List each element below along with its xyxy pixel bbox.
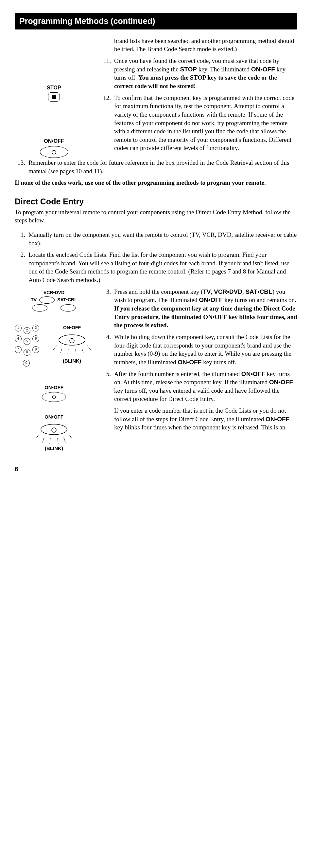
direct-step-2: Locate the enclosed Code Lists. Find the… xyxy=(29,251,297,284)
svg-line-21 xyxy=(69,435,73,439)
step-11: Once you have found the correct code, yo… xyxy=(114,57,297,90)
direct-step-5-continuation: If you enter a code number that is not i… xyxy=(114,406,297,432)
tv-key-icon xyxy=(32,304,47,311)
onoff-key-illustration: ON•OFF xyxy=(15,137,93,158)
svg-line-7 xyxy=(68,349,68,354)
svg-line-16 xyxy=(35,435,39,439)
direct-code-entry-heading: Direct Code Entry xyxy=(15,196,297,207)
svg-line-5 xyxy=(53,346,57,350)
onoff-illustration-solid: ON•OFF xyxy=(15,384,93,402)
number-keypad-illustration: 123 456 789 0 xyxy=(15,324,47,368)
stop-key-illustration: STOP xyxy=(15,84,93,102)
continuation-text: brand lists have been searched and anoth… xyxy=(114,37,297,53)
step-12: To confirm that the component key is pro… xyxy=(114,94,297,152)
direct-step-3: Press and hold the component key (TV, VC… xyxy=(114,287,297,330)
step-13: Remember to enter the code for future re… xyxy=(29,158,297,175)
power-button-icon xyxy=(40,146,68,158)
top-columns: STOP ON•OFF brand lists have been search… xyxy=(15,37,297,158)
svg-line-17 xyxy=(42,437,44,442)
stop-button-icon xyxy=(48,92,60,101)
power-button-icon xyxy=(42,392,66,402)
onoff-blink-illustration-2: ON•OFF (BLINK) xyxy=(15,414,93,452)
direct-step-5: After the fourth number is entered, the … xyxy=(114,370,297,404)
vcr-dvd-key-icon xyxy=(39,297,55,304)
section-header: Programming Methods (continued) xyxy=(15,13,297,29)
direct-step-4: While holding down the component key, co… xyxy=(114,333,297,367)
direct-columns: VCR•DVD TV SAT•CBL 123 456 789 0 ON•OFF xyxy=(15,287,297,452)
component-keys-illustration: VCR•DVD TV SAT•CBL xyxy=(15,289,93,311)
svg-line-20 xyxy=(64,437,65,442)
page-number: 6 xyxy=(15,465,297,474)
svg-line-6 xyxy=(61,348,62,353)
svg-line-10 xyxy=(87,346,91,350)
direct-step-1: Manually turn on the component you want … xyxy=(29,230,297,247)
onoff-blink-illustration-1: ON•OFF (BLINK) xyxy=(51,324,93,365)
svg-line-9 xyxy=(82,348,83,353)
fallback-note: If none of the codes work, use one of th… xyxy=(15,179,297,187)
power-button-blink-icon xyxy=(51,331,93,360)
svg-line-8 xyxy=(75,349,76,354)
svg-line-18 xyxy=(50,438,50,444)
sat-cbl-key-icon xyxy=(61,304,76,311)
svg-line-19 xyxy=(58,438,58,444)
direct-lead: To program your universal remote to cont… xyxy=(15,208,297,225)
